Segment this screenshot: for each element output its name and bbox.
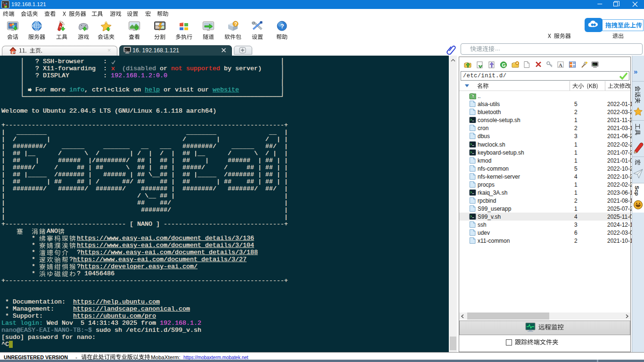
svg-text:>_: >_ bbox=[593, 63, 596, 66]
svg-text:G: G bbox=[502, 62, 506, 68]
svg-text:A: A bbox=[559, 62, 562, 68]
